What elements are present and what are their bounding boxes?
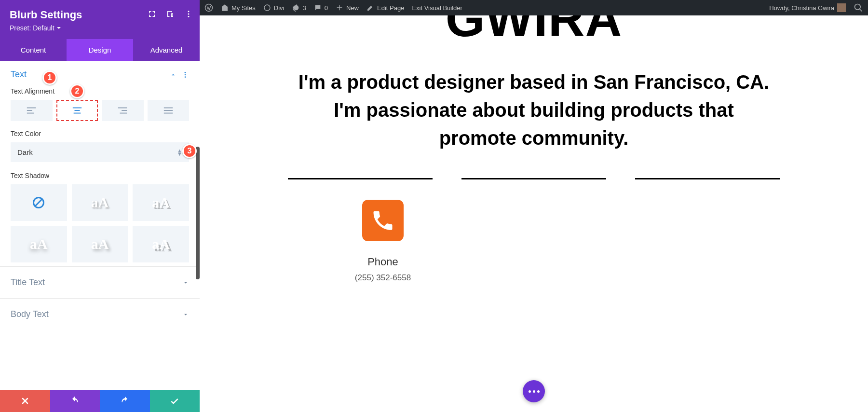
shadow-preset-2-button[interactable]: aA (133, 184, 189, 221)
sidebar-footer (0, 390, 200, 412)
search-icon[interactable] (854, 3, 863, 13)
divider (635, 178, 780, 179)
shadow-preset-1-button[interactable]: aA (72, 184, 128, 221)
callout-2: 2 (70, 84, 84, 98)
more-icon[interactable] (184, 10, 193, 18)
callout-1: 1 (42, 70, 57, 85)
body-text-label: Body Text (11, 309, 49, 319)
svg-point-2 (188, 16, 190, 17)
settings-panel: Text 1 2 3 Text Alignment Text Color Dar… (0, 61, 200, 390)
align-justify-button[interactable] (148, 100, 190, 121)
section-text-title[interactable]: Text (11, 69, 27, 80)
dots-icon (529, 390, 540, 393)
text-color-value: Dark (17, 148, 33, 156)
redo-button[interactable] (100, 390, 150, 412)
svg-point-1 (188, 14, 190, 15)
blurb-title: Phone (315, 256, 450, 268)
tab-advanced[interactable]: Advanced (133, 39, 200, 61)
avatar (837, 3, 846, 12)
chevron-down-icon (182, 279, 189, 286)
responsive-icon[interactable] (166, 10, 175, 18)
howdy-user[interactable]: Howdy, Christina Gwira (769, 3, 846, 12)
new-link[interactable]: New (336, 4, 359, 12)
blurb-text: (255) 352-6558 (315, 273, 450, 283)
shadow-preset-3-button[interactable]: aA (11, 226, 67, 262)
svg-line-19 (35, 199, 42, 206)
svg-point-5 (185, 76, 186, 78)
select-arrows-icon: ▲▼ (177, 149, 182, 156)
expand-icon[interactable] (148, 10, 156, 18)
wp-adminbar: My Sites Divi 3 0 New Edit Page Exit Vis… (200, 0, 868, 15)
builder-fab[interactable] (523, 380, 545, 402)
undo-button[interactable] (50, 390, 100, 412)
svg-point-21 (264, 5, 270, 11)
intro-text: I'm a product designer based in San Fran… (298, 68, 770, 152)
chevron-down-icon (182, 311, 189, 318)
align-left-button[interactable] (11, 100, 53, 121)
comments-link[interactable]: 0 (314, 4, 328, 12)
scrollbar[interactable] (196, 147, 200, 279)
phone-icon (362, 200, 404, 241)
text-color-select[interactable]: Dark ▲▼ (11, 142, 189, 162)
my-sites-link[interactable]: My Sites (221, 4, 256, 12)
site-logo: GWIRA (229, 15, 839, 44)
cancel-button[interactable] (0, 390, 50, 412)
settings-tabs: Content Design Advanced (0, 39, 200, 61)
svg-point-4 (185, 74, 186, 75)
edit-page-link[interactable]: Edit Page (366, 4, 404, 12)
svg-point-3 (185, 72, 186, 73)
section-title-text[interactable]: Title Text (0, 266, 200, 298)
site-link[interactable]: Divi (263, 4, 285, 12)
svg-point-22 (855, 4, 861, 10)
preset-label: Preset: Default (10, 24, 54, 32)
wp-logo-icon[interactable] (204, 3, 213, 12)
exit-builder-link[interactable]: Exit Visual Builder (412, 4, 462, 12)
shadow-preset-4-button[interactable]: aA (72, 226, 128, 262)
text-shadow-label: Text Shadow (11, 172, 189, 179)
shadow-buttons: aA aA aA aA aA (11, 184, 189, 262)
svg-point-0 (188, 11, 190, 12)
shadow-preset-5-button[interactable]: aA (133, 226, 189, 262)
text-alignment-label: Text Alignment (11, 87, 189, 95)
save-button[interactable] (150, 390, 200, 412)
chevron-up-icon[interactable] (170, 71, 176, 78)
updates-link[interactable]: 3 (292, 4, 306, 12)
blurb-module[interactable]: Phone (255) 352-6558 (315, 200, 450, 283)
align-right-button[interactable] (102, 100, 144, 121)
divider (288, 178, 433, 179)
section-body-text[interactable]: Body Text (0, 298, 200, 330)
kebab-icon[interactable] (181, 71, 189, 79)
page-content: GWIRA I'm a product designer based in Sa… (200, 15, 868, 412)
caret-down-icon (56, 26, 61, 30)
divider (461, 178, 606, 179)
tab-content[interactable]: Content (0, 39, 67, 61)
preset-dropdown[interactable]: Preset: Default (10, 24, 61, 32)
svg-line-23 (860, 9, 862, 12)
tab-design[interactable]: Design (67, 39, 133, 61)
title-text-label: Title Text (11, 277, 45, 288)
settings-sidebar: Blurb Settings Preset: Default Content D… (0, 0, 200, 412)
shadow-none-button[interactable] (11, 184, 67, 221)
divider-row (288, 178, 780, 179)
align-center-button[interactable] (56, 100, 98, 121)
text-color-label: Text Color (11, 130, 189, 137)
sidebar-header: Blurb Settings Preset: Default (0, 0, 200, 39)
section-text: Text 1 2 3 Text Alignment Text Color Dar… (0, 61, 200, 266)
main-preview: My Sites Divi 3 0 New Edit Page Exit Vis… (200, 0, 868, 412)
callout-3: 3 (182, 144, 197, 158)
alignment-buttons (11, 100, 189, 121)
